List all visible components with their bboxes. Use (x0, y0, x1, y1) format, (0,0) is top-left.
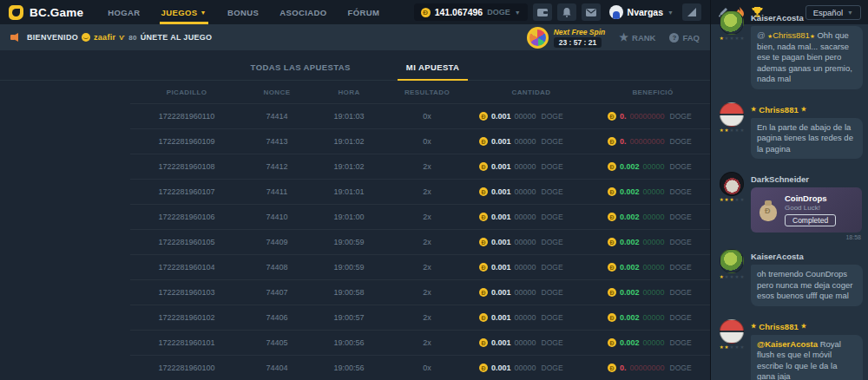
welcome-username[interactable]: zaafir (94, 33, 115, 42)
cell-hash: 1722281960102 (130, 313, 243, 322)
table-row[interactable]: 17222819601077441119:01:012xÐ0.00100000D… (130, 179, 710, 204)
tab-mi-apuesta[interactable]: MI APUESTA (398, 62, 469, 80)
cell-result: 2x (387, 288, 467, 297)
envelope-icon (586, 9, 596, 16)
table-row[interactable]: 17222819601007440419:00:560xÐ0.00100000D… (130, 355, 710, 380)
coindrops-completed-button[interactable]: Completed (785, 214, 836, 226)
user-mention[interactable]: @KaiserAcosta (757, 339, 818, 349)
currency-label: DOGE (670, 187, 692, 196)
table-row[interactable]: 17222819601017440519:00:562xÐ0.00100000D… (130, 330, 710, 355)
star-icon: ★ (725, 198, 729, 203)
nav-item-hogar[interactable]: HOGAR (108, 0, 140, 24)
app: BC.Game HOGARJUEGOS▼BONUSASOCIADOFÓRUM Ð… (0, 0, 868, 380)
star-icon: ★ (740, 128, 744, 134)
cell-nonce: 74408 (243, 263, 311, 272)
bubble-text: oh tremendo CounDrops pero nunca me deja… (757, 269, 852, 300)
nav-item-asociado[interactable]: ASOCIADO (279, 0, 326, 24)
main-area: BC.Game HOGARJUEGOS▼BONUSASOCIADOFÓRUM Ð… (0, 0, 710, 380)
nav-item-fórum[interactable]: FÓRUM (348, 0, 380, 24)
value-main: 0. (620, 364, 627, 372)
nav-item-bonus[interactable]: BONUS (227, 0, 259, 24)
chat-toggle-button[interactable] (682, 3, 701, 21)
star-icon: ★ (720, 128, 724, 134)
cell-result: 0x (387, 137, 467, 146)
cell-amount: Ð0.00100000DOGE (467, 288, 595, 297)
brand-logo[interactable]: BC.Game (9, 5, 83, 20)
notifications-button[interactable] (557, 3, 576, 21)
table-row[interactable]: 17222819601027440619:00:572xÐ0.00100000D… (130, 305, 710, 330)
join-game-link[interactable]: ÚNETE AL JUEGO (141, 33, 213, 42)
coindrops-card: CoinDropsGood Luck!Completed (751, 187, 862, 233)
avatar[interactable] (720, 102, 744, 127)
chat-username: Chriss881 (759, 105, 798, 115)
cell-time: 19:01:00 (311, 213, 387, 221)
faq-button[interactable]: ? FAQ (669, 33, 700, 43)
currency-label: DOGE (670, 137, 692, 146)
value-main: 0. (620, 112, 627, 121)
cell-amount: Ð0.00100000DOGE (467, 313, 595, 322)
value-main: 0.002 (620, 288, 640, 297)
star-icon: ★ (619, 31, 628, 43)
table-row[interactable]: 17222819601067441019:01:002xÐ0.00100000D… (130, 204, 710, 229)
avatar-column: ★★★★★ (718, 172, 746, 240)
star-icon: ★ (740, 345, 744, 351)
star-icon: ★ (720, 198, 724, 203)
inbox-button[interactable] (582, 3, 601, 21)
avatar-column: ★★★★★ (718, 319, 746, 380)
avatar[interactable] (720, 319, 744, 344)
chat-username: KaiserAcosta (751, 13, 804, 23)
cell-result: 0x (387, 364, 467, 372)
chat-messages: ★★★★★KaiserAcosta@ ★Chriss881★ Ohh que b… (711, 10, 868, 380)
message-content: ★Chriss881★@KaiserAcosta Royal flush es … (751, 319, 863, 380)
avatar[interactable] (720, 10, 744, 35)
rank-button[interactable]: ★ RANK (619, 31, 655, 43)
cell-result: 2x (387, 187, 467, 196)
cell-amount: Ð0.00100000DOGE (467, 213, 595, 221)
value-rest: 00000 (515, 364, 536, 372)
tab-todas-las-apuestas[interactable]: TODAS LAS APUESTAS (242, 62, 359, 80)
value-rest: 00000 (643, 263, 665, 272)
value-rest: 00000 (515, 137, 536, 146)
star-icon: ★ (730, 345, 734, 351)
cell-nonce: 74404 (243, 364, 311, 372)
user-avatar (609, 5, 623, 19)
table-row[interactable]: 17222819601057440919:00:592xÐ0.00100000D… (130, 229, 710, 254)
free-spin-widget[interactable]: Next Free Spin 23 : 57 : 21 (527, 27, 606, 49)
value-rest: 00000 (643, 213, 665, 221)
cell-amount: Ð0.00100000DOGE (467, 263, 595, 272)
cell-result: 2x (387, 162, 467, 171)
avatar[interactable] (720, 172, 744, 196)
message-timestamp: 18:58 (751, 234, 863, 240)
value-rest: 00000 (515, 288, 536, 297)
table-row[interactable]: 17222819601037440719:00:582xÐ0.00100000D… (130, 279, 710, 305)
currency-label: DOGE (542, 288, 563, 297)
star-icon: ★ (740, 275, 744, 280)
value-main: 0.001 (491, 238, 511, 246)
value-rest: 00000 (643, 288, 665, 297)
cell-time: 19:00:56 (311, 364, 387, 372)
chat-panel-icon (687, 8, 696, 16)
avatar[interactable] (720, 249, 744, 273)
brand-name: BC.Game (30, 6, 83, 19)
cell-time: 19:00:59 (311, 238, 387, 246)
balance-selector[interactable]: Ð 141.067496 DOGE ▼ (414, 3, 528, 21)
chat-message: ★★★★★KaiserAcosta@ ★Chriss881★ Ohh que b… (718, 10, 863, 94)
star-icon: ★ (734, 198, 739, 203)
nav-item-juegos[interactable]: JUEGOS▼ (161, 0, 207, 24)
user-menu[interactable]: Nvargas ▼ (609, 5, 674, 19)
value-main: 0.001 (491, 112, 511, 121)
currency-label: DOGE (542, 313, 563, 322)
table-header: PICADILLONONCEHORARESULTADOCANTIDADBENEF… (130, 81, 710, 103)
currency-label: DOGE (670, 112, 692, 121)
user-star-rating: ★★★★★ (720, 198, 745, 203)
value-rest: 00000000 (630, 364, 665, 372)
table-row[interactable]: 17222819601097441319:01:020xÐ0.00100000D… (130, 128, 710, 154)
table-row[interactable]: 17222819601087441219:01:022xÐ0.00100000D… (130, 154, 710, 179)
table-row[interactable]: 17222819601107441419:01:030xÐ0.00100000D… (130, 103, 710, 128)
wallet-button[interactable] (533, 3, 552, 21)
table-row[interactable]: 17222819601047440819:00:592xÐ0.00100000D… (130, 254, 710, 279)
cell-profit: Ð0.00200000DOGE (595, 187, 710, 196)
currency-label: DOGE (670, 238, 692, 246)
star-icon: ★ (740, 36, 744, 42)
message-content: ★Chriss881★En la parte de abajo de la pa… (751, 102, 863, 164)
